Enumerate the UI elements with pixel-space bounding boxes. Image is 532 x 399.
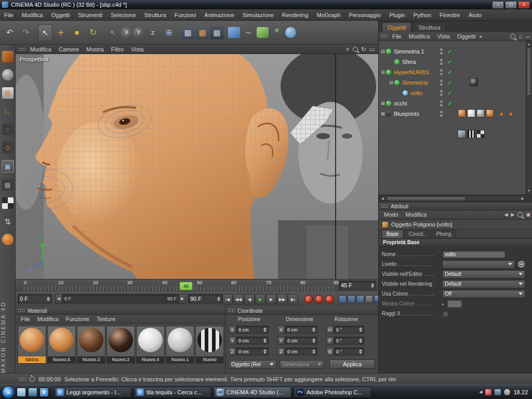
section-proprieta-base[interactable]: Proprietà Base <box>379 239 532 247</box>
filter-icon[interactable]: — <box>525 34 530 39</box>
editor-visibility-dropdown[interactable]: Default <box>442 270 525 278</box>
tree-row-simmetria[interactable]: ⊟ Simmetria ✓ <box>379 77 532 88</box>
material-nuovo4[interactable]: Nuovo.4 <box>136 326 165 364</box>
volume-tray-icon[interactable] <box>504 389 510 395</box>
panel-grip[interactable] <box>381 204 388 208</box>
tree-expand-toggle[interactable]: ⊟ <box>380 70 386 75</box>
material-nuovo[interactable]: Nuovo <box>195 326 224 364</box>
position-x-field[interactable]: 0 cm <box>236 326 269 334</box>
texture-axis-button[interactable] <box>2 197 14 209</box>
menubar-item[interactable]: Python <box>409 10 435 20</box>
xray-checkbox[interactable] <box>442 311 448 317</box>
tree-expand-toggle[interactable]: ⊟ <box>388 80 394 85</box>
undo-icon[interactable]: ↶ <box>2 23 18 43</box>
visibility-dots[interactable] <box>440 69 443 75</box>
uv-mode-button[interactable]: ▤ <box>2 179 14 191</box>
frame-spinner[interactable] <box>369 283 374 288</box>
materials-menu-item[interactable]: Funzione <box>63 315 92 323</box>
network-tray-icon[interactable] <box>495 389 501 395</box>
render-view-button[interactable]: ▦ <box>181 26 195 39</box>
panel-grip[interactable] <box>228 309 235 313</box>
menubar-item[interactable]: Modifica <box>18 10 47 20</box>
position-z-field[interactable]: 0 cm <box>236 348 269 355</box>
tab-base[interactable]: Base <box>382 230 403 238</box>
nav-back-icon[interactable]: ◀ <box>504 212 508 217</box>
thumb-blueprints-checker[interactable] <box>476 130 485 138</box>
perspective-viewport[interactable]: Y -Z <box>16 54 378 279</box>
minimize-button[interactable]: – <box>492 1 504 9</box>
tab-struttura[interactable]: Struttura <box>413 22 446 32</box>
viewport-menu-item[interactable]: Mostra <box>83 45 107 54</box>
redo-icon[interactable]: ↷ <box>18 23 34 43</box>
coordinate-mode-dropdown[interactable]: Oggetto (Rel <box>229 360 276 369</box>
layer-dropdown[interactable] <box>442 260 515 269</box>
menubar-item[interactable]: Simulazione <box>238 10 278 20</box>
play-button[interactable]: ▶ <box>255 294 265 304</box>
prev-key-button[interactable]: ◀◀ <box>233 294 244 304</box>
material-labbra[interactable]: labbra <box>18 326 46 364</box>
material-nuovo2[interactable]: Nuovo.2 <box>107 326 135 364</box>
selection-tag-volto-2[interactable]: ▲ <box>507 110 515 118</box>
move-tool[interactable]: + <box>53 23 69 43</box>
task-ie-leggi[interactable]: e Leggi argomento - I... <box>54 387 131 398</box>
viewport-menu-item[interactable]: Vista <box>128 45 147 54</box>
object-manager-menu-item[interactable]: Modifica <box>406 32 433 41</box>
scale-tool[interactable]: ■ <box>69 23 85 43</box>
add-sky-button[interactable] <box>285 27 296 38</box>
menubar-item[interactable]: MoGraph <box>313 10 345 20</box>
record-parameter-toggle[interactable] <box>365 295 373 303</box>
tree-expand-toggle[interactable]: ⊞ <box>380 111 386 116</box>
window-switcher-icon[interactable] <box>28 388 37 397</box>
add-spline-button[interactable]: ~ <box>241 23 256 43</box>
object-name[interactable]: volto <box>410 90 422 96</box>
zoom-view-icon[interactable] <box>353 47 358 52</box>
object-name[interactable]: Blueprints <box>394 111 419 117</box>
visibility-dots[interactable] <box>440 90 443 96</box>
task-ie-tila[interactable]: e tila tequila - Cerca c... <box>134 387 211 398</box>
material-nuovo3[interactable]: Nuovo.3 <box>77 326 105 364</box>
object-manager-menu-item[interactable]: File <box>389 32 405 41</box>
tab-coord[interactable]: Coord.. <box>404 230 431 238</box>
scrollbar-thumb[interactable] <box>387 196 466 201</box>
goto-end-button[interactable]: ▶| <box>288 294 298 304</box>
search-icon[interactable] <box>517 212 523 217</box>
material-nuovo1[interactable]: Nuovo.1 <box>166 326 194 364</box>
panel-grip[interactable] <box>18 309 25 313</box>
tree-row-volto[interactable]: volto ✓ <box>379 88 532 98</box>
object-name[interactable]: Sfera <box>402 59 416 65</box>
menubar-item[interactable]: Oggetti <box>47 10 74 20</box>
last-tool[interactable]: ↖ <box>105 23 121 43</box>
start-button[interactable]: ⊞ <box>2 386 15 398</box>
tray-expand-icon[interactable]: ◀ <box>479 390 482 394</box>
visibility-dots[interactable] <box>440 48 443 55</box>
live-selection-tool[interactable]: ↖ <box>38 24 52 41</box>
menubar-item[interactable]: Strumenti <box>74 10 107 20</box>
render-active-button[interactable]: ▦ <box>195 26 209 39</box>
range-right-arrow[interactable]: ▶ <box>179 295 185 303</box>
range-end-field[interactable]: 90 F <box>188 294 222 303</box>
thumb-blueprints-stripes[interactable] <box>467 130 475 138</box>
prev-frame-button[interactable]: ◀ <box>244 294 255 304</box>
panel-grip[interactable] <box>381 34 388 38</box>
rotation-b-field[interactable]: 0 ° <box>334 348 364 355</box>
texture-mode-button[interactable]: ▨ <box>2 87 14 99</box>
close-button[interactable]: × <box>518 1 530 9</box>
tree-row-sfera[interactable]: Sfera ✓ <box>379 57 532 67</box>
menubar-item[interactable]: Aiuto <box>464 10 486 20</box>
materials-menu-item[interactable]: File <box>18 315 33 323</box>
record-rotation-toggle[interactable] <box>356 295 364 303</box>
render-visibility-dropdown[interactable]: Default <box>442 280 525 288</box>
lock-x-axis[interactable]: X <box>121 27 132 38</box>
menubar-item[interactable]: Personaggio <box>344 10 385 20</box>
texture-thumb-sfera[interactable] <box>470 78 478 86</box>
viewport-menu-item[interactable]: Modifica <box>27 45 55 54</box>
swap-views-button[interactable]: ⇅ <box>2 216 14 227</box>
panel-grip[interactable] <box>19 47 26 51</box>
visibility-dots[interactable] <box>440 79 443 86</box>
attributes-menu-item[interactable]: Modifica <box>403 210 430 219</box>
viewport-menu-item[interactable]: Filtro <box>108 45 127 54</box>
selection-tag-volto-1[interactable]: ▲ <box>497 110 506 118</box>
tree-vertical-scrollbar[interactable]: ▲ ▼ <box>526 41 531 194</box>
pan-view-icon[interactable]: + <box>346 46 350 52</box>
next-frame-button[interactable]: ▶ <box>266 294 276 304</box>
